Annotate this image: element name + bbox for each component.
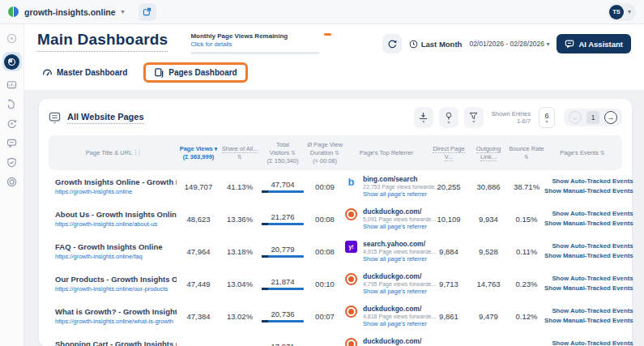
referrer-detail: 4,915 Page views forwarde...	[363, 249, 436, 254]
sidebar-item-visitors[interactable]	[6, 98, 18, 110]
insights-button[interactable]: ▾	[439, 107, 458, 128]
chevron-down-icon: ▾	[546, 41, 549, 48]
show-auto-tracked-events-link[interactable]: Show Auto-Tracked Events	[544, 306, 633, 316]
col-share[interactable]: Share of All... ⇅	[220, 145, 259, 161]
page-title-text: Growth Insights Online - Growth Insights…	[55, 177, 177, 186]
open-site-button[interactable]	[139, 3, 156, 21]
current-page: 1	[586, 111, 599, 124]
col-direct[interactable]: Direct Page V...	[429, 145, 468, 161]
total-visitors-cell: 20,779	[259, 245, 306, 258]
table-row[interactable]: FAQ - Growth Insights Online https://gro…	[49, 235, 622, 267]
show-auto-tracked-events-link[interactable]: Show Auto-Tracked Events	[544, 274, 633, 284]
bing-icon: b	[345, 176, 357, 188]
page-title-text: FAQ - Growth Insights Online	[55, 242, 177, 251]
tab-pages-dashboard[interactable]: Pages Dashboard	[143, 62, 247, 83]
page-title-cell: Growth Insights Online - Growth Insights…	[50, 177, 177, 195]
page-url-link[interactable]: https://growth-insights.online/what-is-g…	[55, 318, 177, 325]
date-range-selector[interactable]: 02/01/2026 - 02/28/2026 ▾	[469, 40, 549, 48]
share-value: 13.04%	[220, 280, 259, 288]
visitors-bar	[262, 288, 304, 290]
col-events[interactable]: Page's Events ⇅	[544, 149, 621, 157]
period-selector[interactable]: Last Month	[409, 40, 463, 49]
sidebar-item-communication[interactable]	[6, 137, 18, 149]
chat-bubble-icon	[6, 138, 17, 148]
table-row[interactable]: What is Growth? - Growth Insights Online…	[49, 300, 622, 332]
show-manual-tracked-events-link[interactable]: Show Manual-Tracked Events	[544, 219, 633, 229]
site-selector[interactable]: growth-insights.online	[24, 7, 116, 17]
table-widget-icon[interactable]	[49, 112, 61, 124]
sidebar-item-settings[interactable]	[6, 176, 18, 188]
module-overview-icon[interactable]	[6, 32, 18, 45]
col-total-visitors[interactable]: Total Visitors ⇅ (Σ 150,340)	[259, 141, 306, 164]
page-url-link[interactable]: https://growth-insights.online/faq	[55, 253, 177, 260]
table-row[interactable]: Growth Insights Online - Growth Insights…	[49, 170, 622, 203]
show-all-referrer-link[interactable]: Show all page's referrer	[363, 288, 436, 295]
page-title-cell: Shopping Cart - Growth Insights Online h…	[50, 340, 177, 346]
show-auto-tracked-events-link[interactable]: Show Auto-Tracked Events	[544, 209, 633, 219]
sidebar-item-statistics[interactable]	[6, 79, 18, 91]
chevron-down-icon[interactable]: ▾	[122, 8, 125, 15]
show-all-referrer-link[interactable]: Show all page's referrer	[363, 255, 436, 263]
total-visitors-cell: 47,704	[259, 180, 306, 193]
visitors-value: 20,779	[271, 245, 294, 254]
show-manual-tracked-events-link[interactable]: Show Manual-Tracked Events	[544, 186, 633, 196]
tab-master-dashboard[interactable]: Master Dashboard	[37, 64, 132, 81]
show-manual-tracked-events-link[interactable]: Show Manual-Tracked Events	[544, 251, 633, 261]
page-events-cell: Show Auto-Tracked Events Show Manual-Tra…	[544, 339, 637, 346]
page-events-cell: Show Auto-Tracked Events Show Manual-Tra…	[544, 177, 637, 197]
page-url-link[interactable]: https://growth-insights.online/our-produ…	[55, 285, 177, 293]
col-page-title[interactable]: Page Title & URL ┆┆	[50, 149, 177, 157]
top-referrer-cell: duckduckgo.com/ 2,225 Page views forward…	[343, 337, 429, 346]
card-title: All Website Pages	[67, 112, 144, 124]
duration-value: 00:09	[306, 182, 343, 191]
visitors-value: 21,276	[271, 212, 294, 221]
outgoing-links-value: 9,528	[468, 247, 509, 256]
filter-button[interactable]: ▾	[464, 107, 484, 128]
show-manual-tracked-events-link[interactable]: Show Manual-Tracked Events	[544, 284, 633, 293]
col-outgoing[interactable]: Outgoing Link...	[468, 145, 509, 161]
show-manual-tracked-events-link[interactable]: Show Manual-Tracked Events	[544, 316, 633, 326]
show-all-referrer-link[interactable]: Show all page's referrer	[363, 320, 436, 327]
visitors-bar	[262, 223, 304, 225]
next-page-button[interactable]: →	[604, 111, 617, 124]
sidebar-item-behavior[interactable]	[6, 117, 18, 130]
show-all-referrer-link[interactable]: Show all page's referrer	[363, 223, 436, 230]
bounce-rate-value: 0.15%	[509, 215, 544, 224]
table-header: Page Title & URL ┆┆ Page Views ▾ (Σ 363,…	[49, 135, 622, 170]
col-duration[interactable]: Ø Page View Duration ⇅ (≈ 00:08)	[306, 141, 343, 164]
page-size-select[interactable]: 6 ▾	[539, 107, 555, 128]
refresh-button[interactable]	[382, 34, 402, 53]
page-url-link[interactable]: https://growth-insights.online/about-us	[55, 220, 177, 228]
quota-widget[interactable]: Monthly Page Views Remaining Click for d…	[190, 32, 320, 54]
user-menu[interactable]: TS ▾	[608, 3, 636, 21]
col-page-views[interactable]: Page Views ▾ (Σ 363,999)	[177, 145, 220, 161]
sidebar-item-dashboards[interactable]	[2, 52, 22, 71]
table-row[interactable]: About Us - Growth Insights Online https:…	[49, 203, 622, 235]
assistant-chat-icon	[565, 39, 574, 49]
direct-views-value: 20,255	[429, 182, 468, 191]
show-auto-tracked-events-link[interactable]: Show Auto-Tracked Events	[544, 177, 633, 186]
ai-assistant-button[interactable]: AI Assistant	[557, 34, 631, 53]
col-bounce[interactable]: Bounce Rate ⇅	[509, 145, 544, 161]
shield-check-icon	[6, 157, 17, 168]
show-auto-tracked-events-link[interactable]: Show Auto-Tracked Events	[544, 241, 633, 251]
sidebar-item-privacy[interactable]	[6, 156, 18, 169]
visitors-bar	[262, 190, 304, 193]
quota-label: Monthly Page Views Remaining	[190, 32, 320, 40]
show-auto-tracked-events-link[interactable]: Show Auto-Tracked Events	[544, 339, 633, 346]
page-url-link[interactable]: https://growth-insights.online	[55, 188, 177, 195]
outgoing-links-value: 30,886	[468, 182, 509, 191]
page-header: Main Dashboards Monthly Page Views Remai…	[24, 24, 644, 90]
site-logo	[8, 6, 19, 17]
quota-details-link[interactable]: Click for details	[190, 41, 320, 48]
duration-value: 00:08	[306, 215, 343, 224]
page-events-cell: Show Auto-Tracked Events Show Manual-Tra…	[544, 209, 637, 229]
show-all-referrer-link[interactable]: Show all page's referrer	[363, 190, 439, 198]
page-events-cell: Show Auto-Tracked Events Show Manual-Tra…	[544, 306, 637, 327]
table-row[interactable]: Our Products - Growth Insights Online ht…	[49, 267, 622, 300]
download-button[interactable]: ▾	[414, 107, 433, 128]
table-row[interactable]: Shopping Cart - Growth Insights Online h…	[49, 332, 622, 346]
prev-page-button[interactable]: ←	[569, 111, 582, 124]
bounce-rate-value: 0.23%	[509, 280, 544, 288]
page-title-cell: Our Products - Growth Insights Online ht…	[50, 275, 177, 293]
